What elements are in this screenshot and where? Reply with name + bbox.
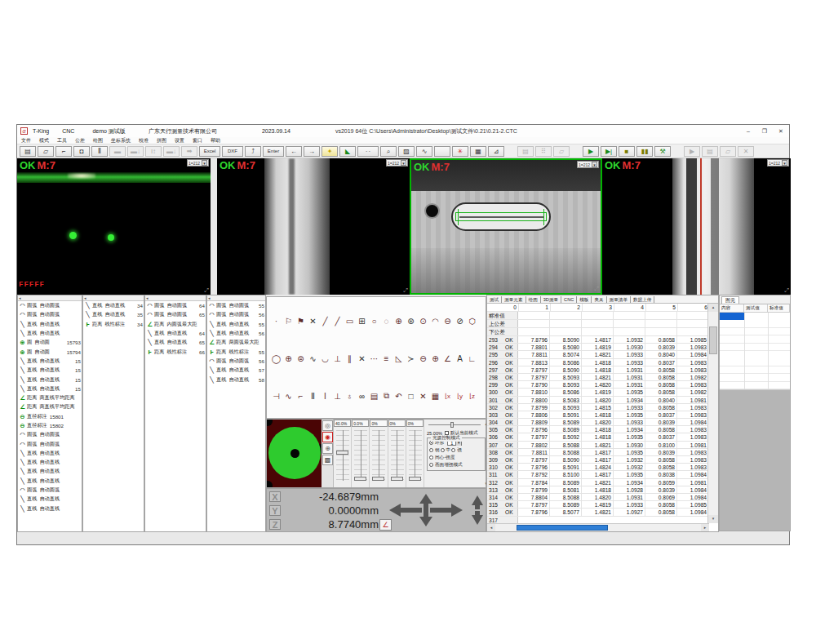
measurement-row[interactable]: 300OK 7.8810 8.5086 1.4819 1.0935 0.8058… [487,389,709,396]
toolbar-button[interactable]: Ⅱ [91,146,108,157]
channel-selector[interactable]: 1=212▾ [386,159,408,167]
toolbar-button[interactable]: ■ [619,146,635,157]
measure-tool-icon[interactable]: ∿ [307,354,319,363]
camera-view-4[interactable]: OKM:7 1=212▾ ⤢ [602,158,791,295]
chevron-down-icon[interactable]: ▾ [592,162,597,167]
element-row[interactable]: ╲ 直线 自动直线 [18,329,82,338]
master-slider[interactable] [428,422,481,428]
mid-radio[interactable] [441,448,445,452]
table-horizontal-scrollbar[interactable]: ◂ ▸ [487,523,709,531]
toolbar-button[interactable]: ▨ [398,146,415,157]
measure-tool-icon[interactable]: ⊘ [454,317,466,326]
toolbar-button[interactable]: ⤴ [245,146,261,157]
element-row[interactable]: ⊖ 直径标注 15801 [18,412,82,421]
measurement-row[interactable]: 306OK 7.8797 8.5092 1.4818 1.0935 0.8037… [487,433,709,441]
toolbar-button[interactable]: DXF [222,146,243,157]
measurement-row[interactable]: 294OK 7.8801 8.5080 1.4819 1.0930 0.8039… [487,344,709,351]
element-row[interactable]: ╲ 直线 自动直线 34 [83,301,144,310]
detail-tab[interactable]: 图元 [721,296,739,304]
menu-item[interactable]: 文件 [17,137,35,144]
element-row[interactable]: ╲ 直线 自动直线 57 [207,366,265,375]
table-tab[interactable]: 数据上传 [631,296,654,303]
slider-thumb[interactable] [354,477,366,481]
measure-tool-icon[interactable]: ⊞ [356,317,368,326]
light-mode-button[interactable]: ▩ [322,455,333,465]
element-row[interactable]: ◠ 圆弧 自动圆弧 56 [207,310,265,319]
measure-tool-icon[interactable]: ▭ [344,317,356,326]
table-tab[interactable]: CNC [561,296,577,303]
toolbar-button[interactable]: ▶ [684,146,700,157]
measure-tool-icon[interactable]: · [270,317,282,326]
measure-tool-icon[interactable]: ▤ [368,392,380,401]
element-row[interactable]: ╲ 直线 自动直线 15 [18,357,82,366]
ring-light-preview[interactable] [267,420,322,487]
element-row[interactable]: Ⱶ 距离 线性标注 34 [83,320,144,329]
element-row[interactable]: Ⱶ 距离 线性标注 55 [207,347,265,356]
measure-tool-icon[interactable]: ◯ [270,354,282,363]
resize-icon[interactable]: ⤢ [594,286,599,292]
chevron-down-icon[interactable]: ▾ [782,160,787,166]
toolbar-button[interactable]: ⊿ [488,146,504,157]
light-slider[interactable]: 0% [406,420,424,487]
light-slider[interactable]: 0% [370,420,388,487]
measure-tool-icon[interactable]: ◡ [319,354,331,363]
measure-tool-icon[interactable]: ⊕ [392,317,405,326]
toolbar-button[interactable]: ▬ [109,146,126,157]
element-row[interactable]: ╲ 直线 自动直线 15 [18,366,82,375]
strong-radio[interactable] [451,448,455,452]
toolbar-button[interactable]: ◘ [73,146,90,157]
table-tab[interactable]: 测试 [487,296,502,303]
measurement-row[interactable]: 309OK 7.8797 8.5090 1.4817 1.0932 0.8058… [487,456,709,464]
measure-tool-icon[interactable]: ∥ [344,354,356,363]
measurement-row[interactable]: 295OK 7.8811 8.5074 1.4821 1.0933 0.8040… [487,351,709,358]
toolbar-button[interactable]: ⌕ [380,146,397,157]
measure-tool-icon[interactable]: ⊥ [331,354,344,363]
measure-tool-icon[interactable]: ╱ [319,317,331,326]
list-scrollbar[interactable]: ◂ [83,295,144,301]
toolbar-button[interactable]: ⠿ [535,146,552,157]
list-scrollbar[interactable]: ◂ [207,295,265,301]
menu-item[interactable]: 校准 [135,137,153,144]
measure-tool-icon[interactable]: ⌐ [295,392,307,401]
toolbar-button[interactable]: ✳ [452,146,468,157]
table-vertical-scrollbar[interactable]: ▴ ▾ [707,304,718,523]
measure-tool-icon[interactable]: ≡ [380,354,392,363]
close-button[interactable]: ✕ [773,126,789,136]
toolbar-button[interactable]: ▶ [583,146,599,157]
element-row[interactable]: ╲ 直线 自动直线 [18,449,82,458]
measurement-row[interactable]: 302OK 7.8799 8.5093 1.4815 1.0933 0.8058… [487,404,709,411]
scroll-left-icon[interactable]: ◂ [487,524,495,531]
measure-tool-icon[interactable]: ⊜ [295,354,307,363]
toolbar-button[interactable]: ▬↓ [127,146,144,157]
table-tab[interactable]: 3D测量 [541,296,561,303]
measure-tool-icon[interactable]: ⌊z [466,393,478,400]
measure-tool-icon[interactable]: ∞ [356,392,368,401]
slider-thumb[interactable] [336,451,348,455]
element-row[interactable]: ╲ 直线 自动直线 [18,477,82,486]
scroll-right-icon[interactable]: ▸ [701,524,709,531]
measure-tool-icon[interactable]: ◠ [429,317,441,326]
measure-tool-icon[interactable]: ⬡ [466,317,478,326]
table-tab[interactable]: 夹具 [592,296,606,303]
toolbar-button[interactable]: ◣ [339,146,356,157]
menu-item[interactable]: 工具 [53,137,71,144]
element-row[interactable]: ◠ 圆弧 自动圆弧 [18,301,82,310]
table-tab[interactable]: 绘图 [526,296,541,303]
measure-tool-icon[interactable]: ○ [368,317,380,326]
element-row[interactable]: ╲ 直线 自动直线 35 [83,310,144,319]
measure-tool-icon[interactable]: ∿ [282,392,295,401]
element-row[interactable]: ◠ 圆弧 自动圆弧 55 [207,301,265,310]
measurement-row[interactable]: 304OK 7.8809 8.5089 1.4820 1.0933 0.8039… [487,419,709,426]
measure-tool-icon[interactable]: ♁ [344,392,356,401]
element-row[interactable]: ◠ 圆弧 自动圆弧 [18,310,82,319]
slider-track[interactable] [343,430,344,481]
element-row[interactable]: ╲ 直线 自动直线 64 [145,329,206,338]
measure-tool-icon[interactable]: ╱ [331,317,344,326]
toolbar-button[interactable]: Enter [263,146,284,157]
slider-track[interactable] [361,430,361,481]
measurement-row[interactable]: 305OK 7.8796 8.5089 1.4818 1.0934 0.8058… [487,426,709,433]
measurement-row[interactable]: 296OK 7.8813 8.5086 1.4818 1.0933 0.8037… [487,359,709,366]
toolbar-button[interactable]: ▦ [470,146,486,157]
measure-tool-icon[interactable]: ↶ [392,392,405,401]
element-row[interactable]: ╲ 直线 自动直线 55 [207,320,265,329]
